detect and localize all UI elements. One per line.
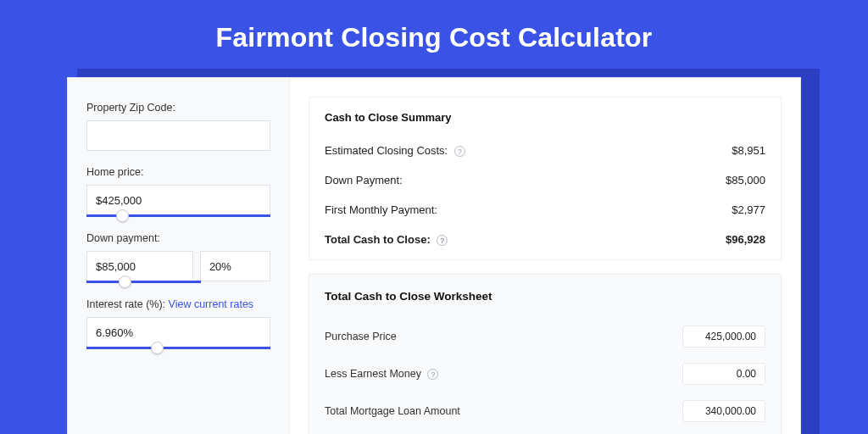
results-main: Cash to Close Summary Estimated Closing … <box>290 78 800 434</box>
summary-value: $8,951 <box>732 144 765 157</box>
worksheet-title: Total Cash to Close Worksheet <box>325 290 765 303</box>
summary-value: $96,928 <box>726 233 765 246</box>
summary-title: Cash to Close Summary <box>325 111 765 124</box>
worksheet-label: Purchase Price <box>325 331 397 342</box>
summary-value: $2,977 <box>732 203 765 216</box>
worksheet-row: Total Mortgage Loan Amount 340,000.00 <box>325 392 765 430</box>
worksheet-row: Total Second Mortgage Amount ? <box>325 430 765 434</box>
summary-card: Cash to Close Summary Estimated Closing … <box>309 97 782 260</box>
zip-label: Property Zip Code: <box>86 102 270 114</box>
worksheet-value[interactable]: 425,000.00 <box>682 326 765 348</box>
help-icon[interactable]: ? <box>454 146 465 157</box>
worksheet-label: Total Mortgage Loan Amount <box>325 405 460 417</box>
summary-row: Estimated Closing Costs: ? $8,951 <box>325 136 765 165</box>
down-payment-pct-input[interactable] <box>200 251 270 281</box>
slider-thumb-icon[interactable] <box>151 342 164 354</box>
help-icon[interactable]: ? <box>437 235 448 246</box>
interest-rate-input[interactable] <box>86 317 270 348</box>
inputs-sidebar: Property Zip Code: Home price: Down paym… <box>68 78 290 434</box>
slider-thumb-icon[interactable] <box>119 275 131 288</box>
help-icon[interactable]: ? <box>427 369 438 380</box>
home-price-input[interactable] <box>86 185 270 215</box>
field-home-price: Home price: <box>86 166 270 217</box>
interest-rate-label: Interest rate (%): View current rates <box>86 298 270 310</box>
down-payment-slider[interactable] <box>86 281 201 283</box>
worksheet-row: Purchase Price 425,000.00 <box>325 318 765 355</box>
field-down-payment: Down payment: <box>86 232 270 283</box>
worksheet-card: Total Cash to Close Worksheet Purchase P… <box>309 274 782 434</box>
page-title: Fairmont Closing Cost Calculator <box>0 0 868 77</box>
home-price-slider[interactable] <box>86 214 270 217</box>
summary-label: Estimated Closing Costs: <box>325 144 448 157</box>
calculator-panel: Property Zip Code: Home price: Down paym… <box>67 77 801 434</box>
worksheet-row: Less Earnest Money ? 0.00 <box>325 355 765 392</box>
summary-label: Down Payment: <box>325 174 403 186</box>
summary-label: First Monthly Payment: <box>325 203 437 216</box>
zip-input[interactable] <box>86 120 270 151</box>
field-zip: Property Zip Code: <box>86 102 270 151</box>
worksheet-label: Less Earnest Money <box>325 368 421 380</box>
summary-value: $85,000 <box>726 174 765 186</box>
summary-row: Down Payment: $85,000 <box>325 165 765 195</box>
down-payment-label: Down payment: <box>86 232 270 244</box>
summary-row-total: Total Cash to Close: ? $96,928 <box>325 225 765 254</box>
summary-label: Total Cash to Close: <box>325 233 431 246</box>
down-payment-input[interactable] <box>86 251 193 281</box>
view-rates-link[interactable]: View current rates <box>169 298 254 310</box>
interest-rate-slider[interactable] <box>86 347 270 349</box>
interest-rate-label-text: Interest rate (%): <box>86 298 165 310</box>
worksheet-value[interactable]: 0.00 <box>682 363 765 385</box>
field-interest-rate: Interest rate (%): View current rates <box>86 298 270 349</box>
worksheet-value[interactable]: 340,000.00 <box>682 400 765 422</box>
home-price-label: Home price: <box>86 166 270 178</box>
summary-row: First Monthly Payment: $2,977 <box>325 195 765 225</box>
slider-thumb-icon[interactable] <box>116 209 129 222</box>
